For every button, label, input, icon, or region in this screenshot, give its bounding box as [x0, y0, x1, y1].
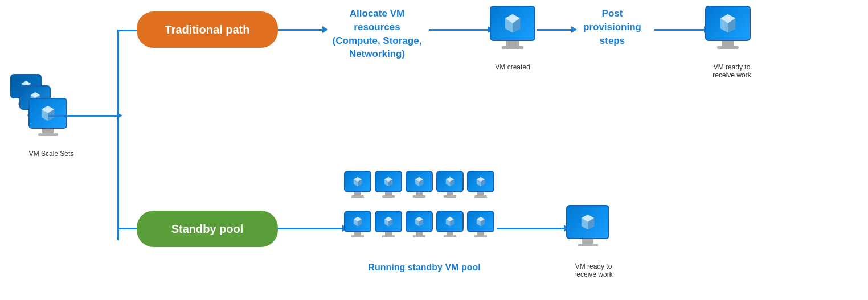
post-provisioning-label: Postprovisioningsteps — [570, 7, 655, 47]
pool-vm-1 — [344, 171, 371, 198]
arrow-traditional-to-allocate — [278, 29, 324, 31]
standby-pool-box: Standby pool — [137, 211, 278, 247]
connector-vertical-main — [117, 30, 119, 240]
vm-created-icon — [490, 6, 535, 49]
pool-vm-2 — [375, 171, 402, 198]
pool-vm-5 — [467, 171, 494, 198]
pool-vm-7 — [375, 211, 402, 237]
arrow-pool-to-vmready-bottom — [497, 228, 565, 229]
vm-ready-bottom-icon — [566, 205, 609, 246]
allocate-resources-label: Allocate VM resources(Compute, Storage,N… — [326, 7, 428, 61]
arrow-vmcreated-to-post — [537, 29, 572, 31]
arrow-to-traditional — [48, 115, 118, 117]
pool-vm-9 — [436, 211, 464, 237]
vm-ready-bottom-label: VM ready toreceive work — [559, 262, 628, 278]
running-standby-label: Running standby VM pool — [342, 262, 507, 274]
arrow-standby-to-pool — [278, 228, 343, 229]
diagram: VM Scale Sets Traditional path Allocate … — [0, 0, 868, 300]
vm-scale-sets-label: VM Scale Sets — [17, 150, 85, 158]
traditional-path-box: Traditional path — [137, 11, 278, 48]
pool-vm-10 — [467, 211, 494, 237]
arrow-branch-top — [118, 30, 139, 31]
arrow-allocate-to-vmcreated — [429, 29, 489, 31]
pool-vm-8 — [406, 211, 433, 237]
pool-vm-4 — [436, 171, 464, 198]
arrow-post-to-vmready-top — [654, 29, 705, 31]
pool-vm-6 — [344, 211, 371, 237]
arrow-branch-bottom — [118, 228, 139, 229]
pool-vm-3 — [406, 171, 433, 198]
vm-ready-top-icon — [705, 6, 751, 49]
vm-scale-sets-icon-front — [28, 98, 67, 136]
vm-ready-top-label: VM ready toreceive work — [698, 63, 766, 79]
vm-created-label: VM created — [487, 63, 538, 71]
